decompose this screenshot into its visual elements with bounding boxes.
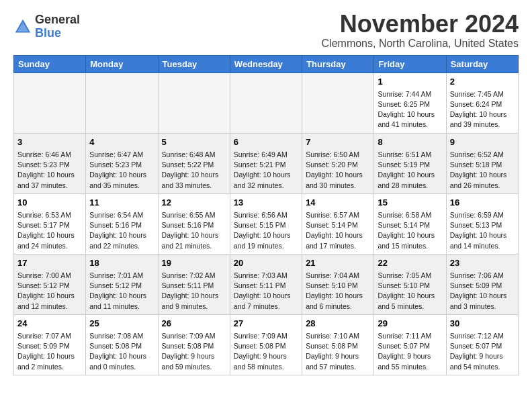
calendar-cell: 30Sunrise: 7:12 AM Sunset: 5:07 PM Dayli…: [446, 314, 518, 375]
calendar-cell: 6Sunrise: 6:49 AM Sunset: 5:21 PM Daylig…: [230, 133, 302, 193]
calendar-cell: [302, 73, 374, 133]
calendar-cell: 2Sunrise: 7:45 AM Sunset: 6:24 PM Daylig…: [446, 73, 518, 133]
day-number: 27: [234, 318, 298, 330]
day-number: 15: [378, 197, 442, 209]
day-number: 6: [234, 136, 298, 148]
day-number: 12: [162, 197, 226, 209]
day-number: 19: [162, 257, 226, 269]
day-info: Sunrise: 7:04 AM Sunset: 5:10 PM Dayligh…: [306, 271, 370, 312]
day-info: Sunrise: 6:55 AM Sunset: 5:16 PM Dayligh…: [162, 210, 226, 251]
day-number: 22: [378, 257, 442, 269]
weekday-header-row: SundayMondayTuesdayWednesdayThursdayFrid…: [14, 55, 519, 73]
day-number: 18: [89, 257, 154, 269]
day-info: Sunrise: 6:48 AM Sunset: 5:22 PM Dayligh…: [162, 150, 226, 191]
week-row-5: 24Sunrise: 7:07 AM Sunset: 5:09 PM Dayli…: [14, 314, 519, 375]
calendar-cell: 14Sunrise: 6:57 AM Sunset: 5:14 PM Dayli…: [302, 193, 374, 254]
logo-icon: [13, 17, 32, 36]
day-number: 11: [89, 197, 154, 209]
day-info: Sunrise: 6:53 AM Sunset: 5:17 PM Dayligh…: [17, 210, 82, 251]
day-info: Sunrise: 7:44 AM Sunset: 6:25 PM Dayligh…: [378, 89, 442, 130]
calendar-cell: 15Sunrise: 6:58 AM Sunset: 5:14 PM Dayli…: [374, 193, 446, 254]
day-info: Sunrise: 7:11 AM Sunset: 5:07 PM Dayligh…: [378, 331, 442, 372]
calendar-cell: 19Sunrise: 7:02 AM Sunset: 5:11 PM Dayli…: [158, 254, 230, 314]
weekday-header-friday: Friday: [374, 55, 446, 73]
day-info: Sunrise: 6:49 AM Sunset: 5:21 PM Dayligh…: [234, 150, 298, 191]
calendar-cell: 13Sunrise: 6:56 AM Sunset: 5:15 PM Dayli…: [230, 193, 302, 254]
day-number: 20: [234, 257, 298, 269]
weekday-header-thursday: Thursday: [302, 55, 374, 73]
day-info: Sunrise: 7:10 AM Sunset: 5:08 PM Dayligh…: [306, 331, 370, 372]
day-info: Sunrise: 6:56 AM Sunset: 5:15 PM Dayligh…: [234, 210, 298, 251]
day-number: 16: [450, 197, 515, 209]
day-number: 25: [89, 318, 154, 330]
day-number: 7: [306, 136, 370, 148]
day-info: Sunrise: 7:09 AM Sunset: 5:08 PM Dayligh…: [234, 331, 298, 372]
weekday-header-wednesday: Wednesday: [230, 55, 302, 73]
day-info: Sunrise: 6:47 AM Sunset: 5:23 PM Dayligh…: [89, 150, 154, 191]
week-row-3: 10Sunrise: 6:53 AM Sunset: 5:17 PM Dayli…: [14, 193, 519, 254]
day-info: Sunrise: 7:45 AM Sunset: 6:24 PM Dayligh…: [450, 89, 515, 130]
calendar-cell: 9Sunrise: 6:52 AM Sunset: 5:18 PM Daylig…: [446, 133, 518, 193]
calendar-cell: 1Sunrise: 7:44 AM Sunset: 6:25 PM Daylig…: [374, 73, 446, 133]
day-number: 13: [234, 197, 298, 209]
logo: General Blue: [13, 13, 80, 40]
calendar-cell: 27Sunrise: 7:09 AM Sunset: 5:08 PM Dayli…: [230, 314, 302, 375]
calendar-cell: 26Sunrise: 7:09 AM Sunset: 5:08 PM Dayli…: [158, 314, 230, 375]
calendar-table: SundayMondayTuesdayWednesdayThursdayFrid…: [13, 55, 519, 375]
day-info: Sunrise: 6:54 AM Sunset: 5:16 PM Dayligh…: [89, 210, 154, 251]
calendar-cell: 21Sunrise: 7:04 AM Sunset: 5:10 PM Dayli…: [302, 254, 374, 314]
calendar-cell: 7Sunrise: 6:50 AM Sunset: 5:20 PM Daylig…: [302, 133, 374, 193]
day-number: 21: [306, 257, 370, 269]
page: General Blue November 2024 Clemmons, Nor…: [0, 0, 532, 382]
day-info: Sunrise: 7:03 AM Sunset: 5:11 PM Dayligh…: [234, 271, 298, 312]
day-number: 17: [17, 257, 82, 269]
day-info: Sunrise: 6:57 AM Sunset: 5:14 PM Dayligh…: [306, 210, 370, 251]
day-info: Sunrise: 7:07 AM Sunset: 5:09 PM Dayligh…: [17, 331, 82, 372]
calendar-cell: [158, 73, 230, 133]
day-number: 23: [450, 257, 515, 269]
calendar-cell: 11Sunrise: 6:54 AM Sunset: 5:16 PM Dayli…: [86, 193, 158, 254]
calendar-cell: 12Sunrise: 6:55 AM Sunset: 5:16 PM Dayli…: [158, 193, 230, 254]
calendar-cell: 10Sunrise: 6:53 AM Sunset: 5:17 PM Dayli…: [14, 193, 86, 254]
day-number: 4: [89, 136, 154, 148]
day-info: Sunrise: 6:46 AM Sunset: 5:23 PM Dayligh…: [17, 150, 82, 191]
logo-text: General Blue: [35, 13, 80, 40]
calendar-cell: 3Sunrise: 6:46 AM Sunset: 5:23 PM Daylig…: [14, 133, 86, 193]
week-row-1: 1Sunrise: 7:44 AM Sunset: 6:25 PM Daylig…: [14, 73, 519, 133]
day-info: Sunrise: 7:01 AM Sunset: 5:12 PM Dayligh…: [89, 271, 154, 312]
calendar-cell: 18Sunrise: 7:01 AM Sunset: 5:12 PM Dayli…: [86, 254, 158, 314]
month-title: November 2024: [322, 11, 519, 38]
calendar-cell: 17Sunrise: 7:00 AM Sunset: 5:12 PM Dayli…: [14, 254, 86, 314]
calendar-cell: [230, 73, 302, 133]
day-number: 10: [17, 197, 82, 209]
day-number: 8: [378, 136, 442, 148]
location: Clemmons, North Carolina, United States: [322, 38, 519, 50]
title-block: November 2024 Clemmons, North Carolina, …: [322, 11, 519, 50]
logo-blue: Blue: [35, 27, 80, 40]
day-number: 9: [450, 136, 515, 148]
day-number: 30: [450, 318, 515, 330]
calendar-cell: 25Sunrise: 7:08 AM Sunset: 5:08 PM Dayli…: [86, 314, 158, 375]
week-row-2: 3Sunrise: 6:46 AM Sunset: 5:23 PM Daylig…: [14, 133, 519, 193]
day-number: 28: [306, 318, 370, 330]
calendar-cell: 5Sunrise: 6:48 AM Sunset: 5:22 PM Daylig…: [158, 133, 230, 193]
weekday-header-saturday: Saturday: [446, 55, 518, 73]
day-number: 1: [378, 76, 442, 88]
calendar-cell: 24Sunrise: 7:07 AM Sunset: 5:09 PM Dayli…: [14, 314, 86, 375]
day-info: Sunrise: 6:59 AM Sunset: 5:13 PM Dayligh…: [450, 210, 515, 251]
calendar-cell: 4Sunrise: 6:47 AM Sunset: 5:23 PM Daylig…: [86, 133, 158, 193]
day-number: 24: [17, 318, 82, 330]
day-number: 26: [162, 318, 226, 330]
calendar-cell: 28Sunrise: 7:10 AM Sunset: 5:08 PM Dayli…: [302, 314, 374, 375]
calendar-cell: 16Sunrise: 6:59 AM Sunset: 5:13 PM Dayli…: [446, 193, 518, 254]
calendar-cell: 23Sunrise: 7:06 AM Sunset: 5:09 PM Dayli…: [446, 254, 518, 314]
week-row-4: 17Sunrise: 7:00 AM Sunset: 5:12 PM Dayli…: [14, 254, 519, 314]
day-number: 29: [378, 318, 442, 330]
day-info: Sunrise: 6:51 AM Sunset: 5:19 PM Dayligh…: [378, 150, 442, 191]
day-info: Sunrise: 6:58 AM Sunset: 5:14 PM Dayligh…: [378, 210, 442, 251]
day-info: Sunrise: 7:05 AM Sunset: 5:10 PM Dayligh…: [378, 271, 442, 312]
day-info: Sunrise: 7:08 AM Sunset: 5:08 PM Dayligh…: [89, 331, 154, 372]
day-number: 5: [162, 136, 226, 148]
header: General Blue November 2024 Clemmons, Nor…: [13, 11, 519, 50]
day-number: 2: [450, 76, 515, 88]
